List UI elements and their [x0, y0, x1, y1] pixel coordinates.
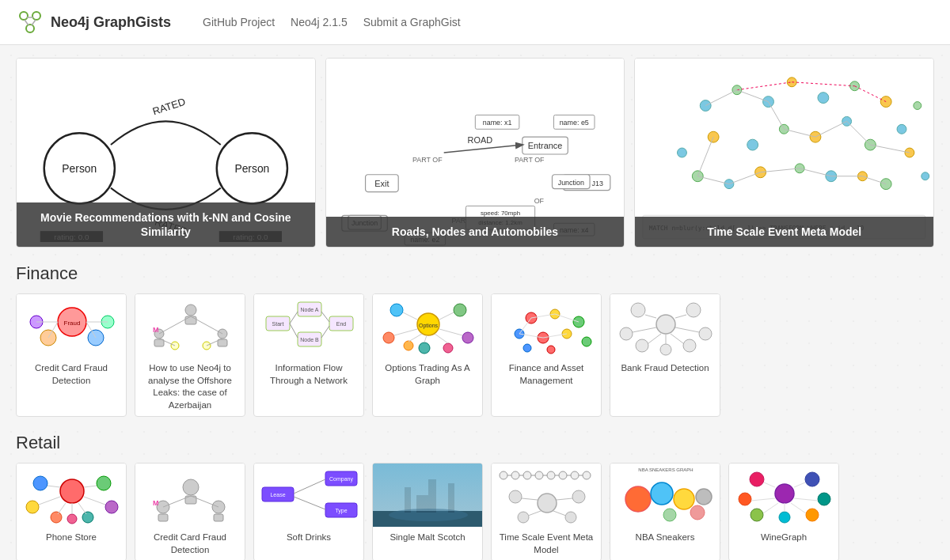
main-content: Person Person RATED RATED rating: 0.0 ra…	[0, 45, 950, 560]
svg-point-239	[572, 490, 585, 503]
card-softdrinks[interactable]: Lease Company Type Soft Drinks	[253, 463, 364, 560]
svg-point-135	[383, 332, 394, 343]
featured-card-roads[interactable]: Exit Entrance name: J12 Junction name: J…	[325, 58, 625, 248]
card-nba-thumb: NBA SNEAKERS GRAPH	[610, 464, 720, 527]
svg-point-156	[547, 346, 555, 354]
svg-line-4	[25, 20, 28, 25]
svg-text:PART OF: PART OF	[412, 156, 443, 164]
svg-point-185	[82, 512, 93, 523]
card-nba[interactable]: NBA SNEAKERS GRAPH NBA Sneakers	[610, 463, 720, 560]
card-ccfd1[interactable]: Fraud Credit Card Fraud Detection	[16, 293, 127, 417]
svg-point-155	[523, 344, 531, 352]
featured-card-timescale[interactable]: MATCH n=blur(y:child_d[...]) => TRANSFOR…	[634, 58, 934, 248]
featured-row: Person Person RATED RATED rating: 0.0 ra…	[16, 58, 934, 248]
svg-point-165	[686, 303, 701, 317]
card-timescale2-thumb	[492, 464, 602, 527]
logo-area: Neo4j GraphGists	[16, 8, 171, 36]
svg-text:Junction: Junction	[557, 179, 583, 187]
card-phonestore[interactable]: Phone Store	[16, 463, 127, 560]
svg-point-104	[185, 305, 196, 316]
card-nba-title: NBA Sneakers	[610, 527, 720, 549]
svg-text:Person: Person	[62, 162, 97, 175]
card-infoflow-title: Information Flow Through a Network	[254, 358, 363, 392]
nav-github[interactable]: GitHub Project	[203, 16, 275, 28]
svg-rect-219	[373, 464, 483, 511]
svg-point-195	[183, 479, 199, 495]
svg-point-181	[97, 476, 111, 490]
svg-point-183	[105, 501, 118, 513]
svg-text:Company: Company	[329, 476, 353, 482]
svg-point-169	[683, 339, 696, 352]
svg-point-65	[693, 171, 704, 182]
svg-point-255	[775, 484, 794, 503]
svg-point-261	[806, 509, 819, 521]
finance-section-title: Finance	[16, 263, 934, 284]
svg-text:Entrance: Entrance	[527, 141, 562, 150]
svg-text:Person: Person	[234, 162, 269, 175]
retail-section: Retail	[16, 433, 934, 560]
svg-point-59	[747, 139, 758, 150]
svg-point-257	[805, 472, 819, 486]
svg-point-180	[33, 476, 48, 490]
card-offshore-title: How to use Neo4j to analyse the Offshore…	[135, 358, 245, 416]
card-phonestore-title: Phone Store	[17, 527, 126, 549]
svg-point-240	[518, 512, 529, 523]
nav-neo4j[interactable]: Neo4j 2.1.5	[291, 16, 348, 28]
svg-point-223	[511, 471, 519, 479]
svg-text:M: M	[153, 326, 159, 334]
svg-point-134	[454, 304, 466, 316]
svg-point-139	[443, 343, 453, 353]
card-scotch[interactable]: Single Malt Scotch	[372, 463, 483, 560]
card-finance-asset-title: Finance and Asset Management	[492, 358, 601, 392]
svg-point-252	[690, 505, 705, 520]
svg-point-138	[404, 341, 413, 350]
finance-cards-grid: Fraud Credit Card Fraud Detection	[16, 293, 934, 417]
featured-card-movie-rec[interactable]: Person Person RATED RATED rating: 0.0 ra…	[16, 58, 316, 248]
svg-point-256	[750, 472, 764, 486]
svg-point-224	[523, 471, 531, 479]
svg-text:M: M	[153, 499, 159, 507]
card-ccfd2[interactable]: M Credit Card Fraud Detection	[135, 463, 245, 560]
card-timescale2[interactable]: Time Scale Event Meta Model	[491, 463, 602, 560]
svg-text:ROAD: ROAD	[467, 135, 492, 145]
svg-point-262	[779, 512, 790, 523]
svg-point-166	[620, 327, 633, 340]
card-infoflow[interactable]: Start Node A Node B End Information Flow…	[253, 293, 364, 417]
card-timescale2-title: Time Scale Event Meta Model	[492, 527, 601, 560]
card-ccfd2-title: Credit Card Fraud Detection	[135, 527, 245, 560]
svg-rect-200	[214, 514, 223, 521]
svg-point-54	[881, 96, 892, 108]
card-finance-asset[interactable]: Finance and Asset Management	[491, 293, 602, 417]
card-options-title: Options Trading As A Graph	[373, 358, 482, 392]
svg-point-237	[538, 494, 557, 513]
svg-point-251	[696, 489, 712, 505]
card-bankfraud-title: Bank Fraud Detection	[610, 358, 720, 380]
svg-point-1	[32, 12, 40, 20]
svg-point-258	[739, 493, 751, 505]
svg-text:Exit: Exit	[374, 179, 389, 188]
svg-text:End: End	[336, 321, 347, 327]
card-ccfd1-thumb: Fraud	[17, 294, 127, 358]
svg-point-58	[678, 148, 687, 157]
svg-point-168	[636, 339, 648, 352]
retail-section-title: Retail	[16, 433, 934, 453]
svg-point-241	[565, 512, 576, 523]
card-bankfraud[interactable]: Bank Fraud Detection	[610, 293, 720, 417]
card-scotch-title: Single Malt Scotch	[373, 527, 482, 549]
nav-submit[interactable]: Submit a GraphGist	[363, 16, 461, 28]
card-options[interactable]: Options	[372, 293, 483, 417]
card-winegraph-title: WineGraph	[729, 527, 838, 549]
svg-text:OF: OF	[534, 197, 544, 205]
svg-rect-105	[185, 316, 196, 324]
svg-point-249	[651, 482, 673, 505]
svg-text:Options: Options	[419, 323, 439, 329]
featured-card-timescale-label: Time Scale Event Meta Model	[635, 217, 933, 247]
card-offshore[interactable]: M How to use Neo4j to analyse the Offsho…	[135, 293, 245, 417]
svg-point-2	[26, 25, 34, 32]
svg-point-51	[788, 78, 797, 87]
card-winegraph[interactable]: WineGraph	[728, 463, 839, 560]
featured-card-movie-rec-label: Movie Recommendations with k-NN and Cosi…	[17, 202, 315, 247]
card-ccfd1-title: Credit Card Fraud Detection	[17, 358, 126, 392]
logo-icon	[16, 8, 44, 36]
svg-rect-103	[135, 294, 245, 358]
